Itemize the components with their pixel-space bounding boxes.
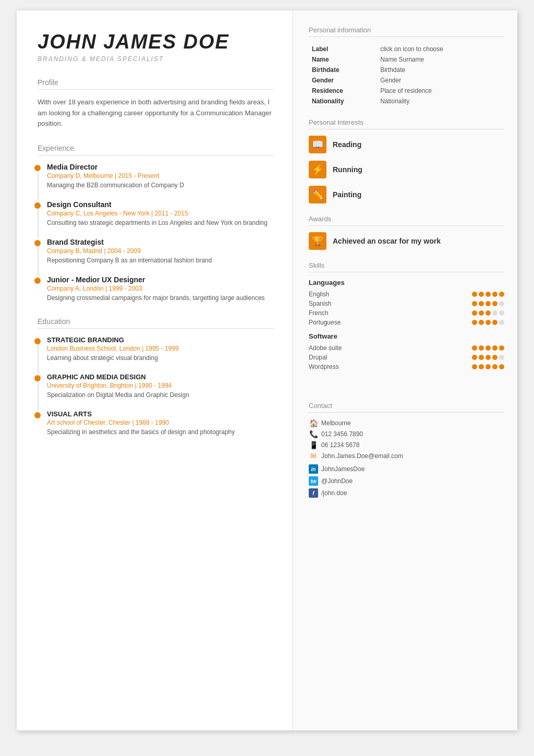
contact-item: 🏠 Melbourne bbox=[309, 419, 504, 427]
dot-filled bbox=[486, 292, 491, 297]
contact-header: Contact bbox=[309, 402, 504, 413]
dot-empty bbox=[492, 310, 497, 316]
education-item: STRATEGIC BRANDING London Business Schoo… bbox=[47, 336, 274, 363]
info-row: Label click on icon to choose bbox=[310, 44, 503, 54]
timeline-line bbox=[38, 381, 39, 410]
info-label: Gender bbox=[310, 76, 377, 85]
contact-icon: 📞 bbox=[309, 430, 318, 438]
skill-name: Adobe suite bbox=[309, 344, 350, 352]
software-list: Adobe suite Drupal Wordpress bbox=[309, 344, 504, 370]
personal-info-header: Personal information bbox=[309, 26, 504, 37]
experience-company: Company B, Madrid | 2004 - 2009 bbox=[47, 247, 274, 255]
timeline-dot bbox=[34, 165, 41, 171]
timeline-line bbox=[38, 171, 39, 200]
info-label: Residence bbox=[310, 86, 377, 95]
dot-filled bbox=[492, 292, 497, 297]
contact-icon: ✉ bbox=[309, 452, 318, 460]
languages-label: Languages bbox=[309, 279, 504, 286]
resume-page: JOHN JAMES DOE BRANDING & MEDIA SPECIALI… bbox=[17, 10, 517, 730]
dot-filled bbox=[472, 364, 477, 369]
interest-name: Painting bbox=[333, 190, 361, 199]
dot-empty bbox=[499, 320, 504, 325]
dot-filled bbox=[486, 320, 491, 325]
interest-item: 📖 Reading bbox=[309, 136, 504, 153]
dot-filled bbox=[492, 345, 497, 351]
skill-name: English bbox=[309, 291, 350, 298]
contact-item: 📞 012 3456 7890 bbox=[309, 430, 504, 438]
experience-company: Company D, Melbourne | 2015 - Present bbox=[47, 172, 274, 179]
dot-filled bbox=[492, 364, 497, 369]
dot-filled bbox=[472, 345, 477, 351]
experience-section-header: Experience bbox=[38, 144, 274, 155]
dot-filled bbox=[492, 320, 497, 325]
awards-header: Awards bbox=[309, 215, 504, 226]
language-skill-row: French bbox=[309, 309, 504, 317]
software-skill-row: Adobe suite bbox=[309, 344, 504, 352]
skill-dots bbox=[472, 320, 504, 325]
experience-item: Junior - Medior UX Designer Company A, L… bbox=[47, 275, 274, 303]
timeline-dot bbox=[34, 202, 41, 209]
education-section-header: Education bbox=[38, 317, 274, 329]
skill-name: Drupal bbox=[309, 354, 350, 361]
education-company: London Business School, London | 1995 - … bbox=[47, 345, 274, 352]
dot-filled bbox=[472, 355, 477, 360]
skill-dots bbox=[472, 364, 504, 369]
social-list: in JohnJamesDoe tw @JohnDoe f /john.doe bbox=[309, 464, 504, 498]
info-value: Gender bbox=[378, 76, 503, 85]
software-label: Software bbox=[309, 332, 504, 340]
dot-filled bbox=[486, 301, 491, 306]
info-row: Birthdate Birthdate bbox=[310, 65, 503, 75]
dot-filled bbox=[479, 320, 484, 325]
interest-item: ✏️ Painting bbox=[309, 186, 504, 203]
social-item: tw @JohnDoe bbox=[309, 476, 504, 486]
contact-value: John.James.Doe@email.com bbox=[321, 452, 403, 460]
award-name: Achieved an oscar for my work bbox=[333, 237, 441, 245]
experience-desc: Managing the B2B communication of Compan… bbox=[47, 181, 274, 190]
skills-header: Skills bbox=[309, 261, 504, 272]
social-icon: in bbox=[309, 464, 318, 474]
timeline-dot bbox=[34, 412, 41, 418]
dot-empty bbox=[499, 301, 504, 306]
interest-name: Reading bbox=[333, 140, 361, 149]
timeline-dot bbox=[34, 338, 41, 344]
info-label: Name bbox=[310, 55, 377, 64]
skill-name: French bbox=[309, 309, 350, 317]
skill-name: Portuguese bbox=[309, 319, 350, 326]
experience-title: Junior - Medior UX Designer bbox=[47, 275, 274, 284]
contact-value: 012 3456 7890 bbox=[321, 430, 363, 438]
education-title: STRATEGIC BRANDING bbox=[47, 336, 274, 344]
education-desc: Specializing in aesthetics and the basic… bbox=[47, 427, 274, 437]
experience-company: Company A, London | 1999 - 2003 bbox=[47, 285, 274, 292]
award-item: 🏆 Achieved an oscar for my work bbox=[309, 232, 504, 250]
dot-filled bbox=[479, 301, 484, 306]
info-label: Label bbox=[310, 44, 377, 54]
award-icon: 🏆 bbox=[309, 232, 326, 250]
experience-item: Media Director Company D, Melbourne | 20… bbox=[47, 163, 274, 190]
dot-filled bbox=[472, 320, 477, 325]
dot-filled bbox=[499, 364, 504, 369]
info-row: Nationality Nationality bbox=[310, 97, 503, 106]
contact-icon: 🏠 bbox=[309, 419, 318, 427]
interest-icon: 📖 bbox=[309, 136, 326, 153]
info-label: Birthdate bbox=[310, 65, 377, 75]
info-label: Nationality bbox=[310, 97, 377, 106]
dot-filled bbox=[492, 301, 497, 306]
dot-filled bbox=[472, 301, 477, 306]
education-item: GRAPHIC AND MEDIA DESIGN University of B… bbox=[47, 373, 274, 400]
experience-item: Brand Strategist Company B, Madrid | 200… bbox=[47, 238, 274, 265]
timeline-dot bbox=[34, 240, 41, 246]
social-icon: f bbox=[309, 488, 318, 498]
education-desc: Specialization on Digital Media and Grap… bbox=[47, 390, 274, 400]
info-row: Name Name Surname bbox=[310, 55, 503, 64]
dot-filled bbox=[472, 310, 477, 316]
education-desc: Learning about strategic visual branding bbox=[47, 353, 274, 363]
experience-company: Company C, Los Angeles - New York | 2011… bbox=[47, 210, 274, 217]
dot-filled bbox=[479, 292, 484, 297]
education-title: GRAPHIC AND MEDIA DESIGN bbox=[47, 373, 274, 381]
interest-icon: ⚡ bbox=[309, 161, 326, 178]
contact-list: 🏠 Melbourne 📞 012 3456 7890 📱 06 1234 56… bbox=[309, 419, 504, 460]
right-column: Personal information Label click on icon… bbox=[293, 10, 517, 730]
dot-filled bbox=[479, 364, 484, 369]
skill-name: Spanish bbox=[309, 300, 350, 307]
social-icon: tw bbox=[309, 476, 318, 486]
